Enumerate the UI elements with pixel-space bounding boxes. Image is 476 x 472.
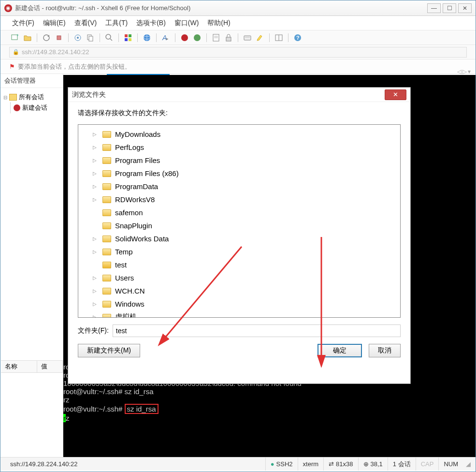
menu-help[interactable]: 帮助(H) [205,17,232,29]
folder-name: ProgramData [115,182,158,191]
col-name[interactable]: 名称 [1,361,37,373]
session-icon [14,104,20,111]
expand-icon[interactable]: ▷ [93,197,97,202]
svg-line-9 [110,39,112,41]
folder-icon [102,183,111,190]
svg-rect-11 [129,34,131,37]
search-icon[interactable] [104,33,114,43]
toolbar: + A▸ ? [0,30,476,45]
expand-icon[interactable]: ▷ [93,132,97,137]
collapse-icon[interactable]: ⊟ [3,95,9,100]
folder-icon [102,222,111,229]
globe-icon[interactable] [142,33,152,43]
nav-arrows: ◁ ▷ ▾ [457,68,471,75]
expand-icon[interactable]: ▷ [93,301,97,307]
expand-icon[interactable]: ▷ [93,236,97,241]
xftp-icon[interactable] [192,33,202,43]
script-icon[interactable] [211,33,221,43]
folder-item[interactable]: ▷RDWorksV8 [78,193,400,206]
col-value[interactable]: 值 [37,361,63,373]
minimize-button[interactable]: — [427,3,441,13]
session-tree: ⊟ 所有会话 新建会话 [0,88,63,117]
dialog-close-button[interactable]: ✕ [385,89,406,100]
expand-icon[interactable]: ▷ [93,171,97,176]
nav-prev-icon[interactable]: ◁ [457,68,462,75]
folder-name: SnapPlugin [115,221,152,230]
folder-icon [102,157,111,164]
status-address: ssh://149.28.224.140:22 [5,457,266,471]
svg-rect-12 [125,38,128,41]
cancel-button[interactable]: 取消 [369,344,401,357]
status-num: NUM [439,457,463,471]
folder-name: test [115,261,127,269]
tree-root[interactable]: ⊟ 所有会话 [3,92,60,103]
nav-menu-icon[interactable]: ▾ [468,68,471,75]
close-button[interactable]: ✕ [458,3,472,13]
folder-icon [102,314,111,318]
folder-icon [102,131,111,138]
folder-name: PerfLogs [115,143,144,151]
xshell-icon[interactable] [180,33,189,43]
lock-icon[interactable] [224,33,233,43]
address-input[interactable]: 🔒 ssh://149.28.224.140:22 [9,47,467,58]
highlight-icon[interactable] [255,33,265,43]
menu-tab[interactable]: 选项卡(B) [134,17,168,29]
menu-tools[interactable]: 工具(T) [103,17,130,29]
folder-item[interactable]: ▷虚拟机 [78,310,400,318]
expand-icon[interactable]: ▷ [93,145,97,150]
properties-icon[interactable] [73,33,83,43]
folder-icon [102,249,111,255]
status-session: 1 会话 [388,457,416,471]
folder-item[interactable]: ▷PerfLogs [78,141,400,154]
open-icon[interactable] [23,33,32,43]
svg-rect-24 [226,37,231,41]
folder-icon [102,144,111,151]
folder-item[interactable]: ▷Temp [78,245,400,258]
folder-tree[interactable]: ▷MyDownloads▷PerfLogs▷Program Files▷Prog… [78,124,401,318]
folder-item[interactable]: ▷Program Files [78,154,400,167]
folder-label: 文件夹(F): [78,326,109,335]
folder-item[interactable]: ▷Program Files (x86) [78,167,400,180]
folder-item[interactable]: ▷ProgramData [78,180,400,193]
folder-item[interactable]: ▷Windows [78,297,400,310]
folder-input[interactable] [113,324,401,337]
expand-icon[interactable]: ▷ [93,158,97,163]
color-icon[interactable] [123,33,133,43]
menu-file[interactable]: 文件(F) [10,17,36,29]
font-icon[interactable]: A▸ [161,33,171,43]
hintbar: ⚑ 要添加当前会话，点击左侧的箭头按钮。 [0,59,476,74]
resize-grip-icon[interactable]: ◢ [463,460,471,468]
statusbar: ssh://149.28.224.140:22 ●SSH2 xterm ⇄81x… [0,457,476,471]
tree-child[interactable]: 新建会话 [14,103,60,113]
sidebar-title: 会话管理器 [0,74,63,88]
expand-icon[interactable]: ▷ [93,184,97,189]
layout-icon[interactable] [274,33,284,43]
new-session-icon[interactable]: + [10,33,20,43]
folder-item[interactable]: ▷test [78,258,400,271]
new-folder-button[interactable]: 新建文件夹(M) [78,344,140,357]
expand-icon[interactable]: ▷ [93,249,97,254]
svg-rect-7 [89,36,93,41]
expand-icon[interactable]: ▷ [93,275,97,280]
folder-item[interactable]: ▷safemon [78,206,400,219]
folder-item[interactable]: ▷SnapPlugin [78,219,400,232]
menu-window[interactable]: 窗口(W) [173,17,201,29]
keyboard-icon[interactable] [243,33,252,43]
help-icon[interactable]: ? [293,33,303,43]
expand-icon[interactable]: ▷ [93,288,97,294]
folder-item[interactable]: ▷WCH.CN [78,284,400,297]
ok-button[interactable]: 确定 [317,344,362,357]
reconnect-icon[interactable] [42,33,51,43]
folder-icon [102,170,111,177]
dialog-title: 浏览文件夹 [72,90,385,99]
maximize-button[interactable]: ☐ [443,3,456,13]
folder-item[interactable]: ▷MyDownloads [78,128,400,141]
menu-view[interactable]: 查看(V) [72,17,99,29]
folder-item[interactable]: ▷SolidWorks Data [78,232,400,245]
folder-item[interactable]: ▷Users [78,271,400,284]
nav-next-icon[interactable]: ▷ [462,68,467,75]
disconnect-icon[interactable] [54,33,64,43]
copy-icon[interactable] [86,33,95,43]
expand-icon[interactable]: ▷ [93,314,97,318]
menu-edit[interactable]: 编辑(E) [41,17,68,29]
